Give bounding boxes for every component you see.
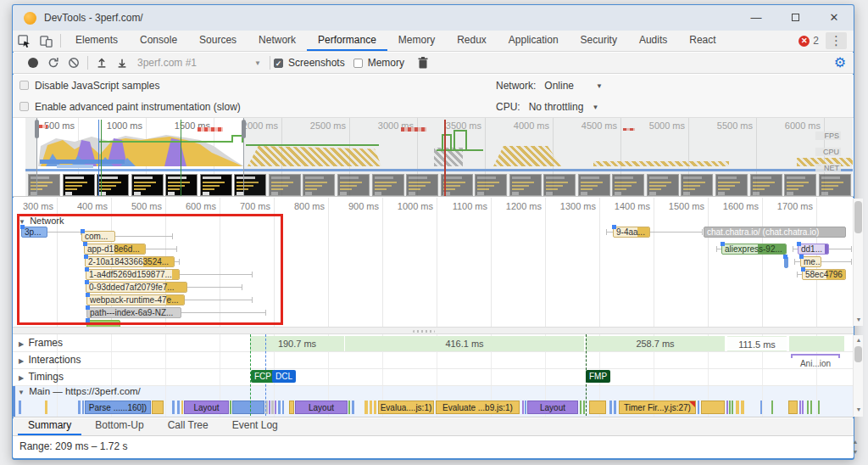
flame-block[interactable] [275, 401, 276, 414]
cpu-throttle-select[interactable]: CPU: No throttling ▼ [496, 101, 598, 113]
flame-block[interactable] [810, 401, 812, 414]
flame-block[interactable] [374, 401, 376, 414]
flame-block[interactable] [818, 401, 820, 414]
network-request-bar[interactable]: app-d18e6d... [84, 244, 146, 255]
details-tab-event-log[interactable]: Event Log [222, 417, 288, 435]
profile-select[interactable]: 3perf.com #1 ▼ [137, 57, 266, 69]
flame-block[interactable] [152, 401, 164, 414]
track-label-interactions[interactable]: ▶ Interactions [19, 354, 81, 366]
maximize-button[interactable] [776, 5, 815, 31]
clear-button[interactable] [64, 53, 84, 72]
flame-block[interactable] [732, 401, 733, 414]
tab-audits[interactable]: Audits [628, 31, 678, 51]
track-label-frames[interactable]: ▶ Frames [19, 337, 63, 349]
network-request-bar[interactable]: 0-93dded7af2079fe7... [86, 282, 187, 293]
network-request-bar[interactable]: com... [81, 231, 115, 242]
network-request-bar[interactable]: aliexpress-92... [721, 244, 787, 255]
tab-memory[interactable]: Memory [387, 31, 446, 51]
flame-block[interactable] [698, 401, 699, 414]
tab-redux[interactable]: Redux [446, 31, 498, 51]
flame-block[interactable] [181, 401, 183, 414]
flame-block[interactable] [19, 401, 21, 414]
flame-block[interactable] [45, 401, 47, 414]
flame-block[interactable] [799, 401, 801, 414]
waterfall-scrollbar[interactable]: ▼ [853, 199, 863, 326]
flame-block[interactable]: Timer Fir...y.js:27) [619, 401, 696, 414]
flame-block[interactable]: Layout [527, 401, 578, 414]
flame-block[interactable] [771, 401, 773, 414]
flame-block[interactable] [729, 401, 731, 414]
flame-block[interactable] [701, 401, 725, 414]
filmstrip-screenshot[interactable] [165, 174, 198, 196]
scroll-down-arrow[interactable]: ▼ [850, 449, 860, 455]
tab-sources[interactable]: Sources [188, 31, 248, 51]
flame-block[interactable] [589, 401, 606, 414]
flame-block[interactable] [736, 401, 739, 414]
flame-block[interactable] [348, 401, 350, 414]
timing-badge-fcp[interactable]: FCP [251, 370, 275, 383]
flame-block[interactable] [522, 401, 524, 414]
flame-block[interactable] [370, 401, 372, 414]
timing-badge-fmp[interactable]: FMP [586, 370, 610, 383]
network-throttle-select[interactable]: Network: Online ▼ [496, 80, 603, 92]
network-request-bar[interactable]: 3p... [21, 227, 47, 238]
paint-instrumentation-checkbox[interactable] [19, 102, 29, 111]
flame-block[interactable] [807, 401, 809, 414]
minimize-button[interactable]: — [737, 5, 776, 31]
selection-handle-left[interactable] [35, 120, 39, 138]
tab-console[interactable]: Console [129, 31, 188, 51]
network-request-bar[interactable]: 9-4aa... [613, 227, 650, 238]
scroll-down-arrow[interactable]: ▼ [854, 317, 864, 322]
flame-block[interactable] [289, 401, 294, 414]
flame-block[interactable] [232, 401, 264, 414]
error-indicator[interactable]: ✕ 2 [798, 35, 819, 47]
reload-and-record-button[interactable] [43, 53, 64, 72]
flame-block[interactable]: Evalua....js:1) [378, 401, 434, 414]
flame-block[interactable] [580, 401, 581, 414]
details-tab-call-tree[interactable]: Call Tree [158, 417, 219, 435]
more-options-icon[interactable]: ⋮ [826, 32, 847, 49]
details-tab-summary[interactable]: Summary [18, 417, 81, 435]
flame-block[interactable] [82, 401, 84, 414]
flame-block[interactable] [172, 401, 175, 414]
tab-performance[interactable]: Performance [307, 31, 387, 51]
flame-block[interactable] [177, 401, 180, 414]
flame-block[interactable] [788, 401, 798, 414]
flame-block[interactable]: Layout [184, 401, 229, 414]
title-bar[interactable]: DevTools - 3perf.com/ — ✕ [13, 5, 854, 31]
flame-block[interactable] [525, 401, 526, 414]
network-request-bar[interactable]: webpack-runtime-47e... [86, 294, 185, 305]
scroll-up-arrow[interactable]: ▲ [854, 337, 864, 343]
close-button[interactable]: ✕ [815, 5, 854, 31]
pane-splitter[interactable] [13, 327, 854, 334]
network-request-bar[interactable]: me... [800, 256, 821, 267]
device-toolbar-icon[interactable] [35, 31, 57, 51]
tracks-scrollbar[interactable]: ▲ ▼ [853, 335, 863, 417]
network-request-bar[interactable] [86, 320, 120, 327]
tab-network[interactable]: Network [248, 31, 307, 51]
track-label-timings[interactable]: ▶ Timings [19, 371, 64, 383]
flame-block[interactable]: Layout [295, 401, 348, 414]
flame-block[interactable] [269, 401, 270, 414]
flame-block[interactable] [282, 401, 284, 414]
network-request-bar[interactable]: 58ec4796 [802, 269, 846, 280]
memory-checkbox[interactable] [353, 59, 363, 68]
save-profile-button[interactable] [112, 53, 132, 72]
flame-block[interactable] [609, 401, 612, 414]
network-section-header[interactable]: ▼ Network [19, 216, 64, 226]
scrollbar-thumb[interactable] [854, 201, 862, 233]
tab-application[interactable]: Application [498, 31, 570, 51]
network-request-bar[interactable]: 1-a4df5269d159877... [86, 269, 180, 280]
scroll-up-arrow[interactable]: ▲ [850, 439, 860, 445]
scrollbar-thumb[interactable] [854, 346, 862, 362]
filmstrip-screenshot[interactable] [131, 174, 164, 196]
disable-js-checkbox[interactable] [19, 81, 29, 90]
flame-block[interactable] [583, 401, 585, 414]
garbage-collect-button[interactable] [413, 53, 433, 72]
flame-block[interactable] [78, 401, 81, 414]
screenshots-checkbox[interactable]: ✓ [274, 59, 283, 68]
network-request-bar[interactable]: chat.chatra.io/ (chat.chatra.io) [704, 227, 846, 238]
tab-elements[interactable]: Elements [64, 31, 129, 51]
flame-block[interactable] [802, 401, 804, 414]
flame-block[interactable] [352, 401, 354, 414]
